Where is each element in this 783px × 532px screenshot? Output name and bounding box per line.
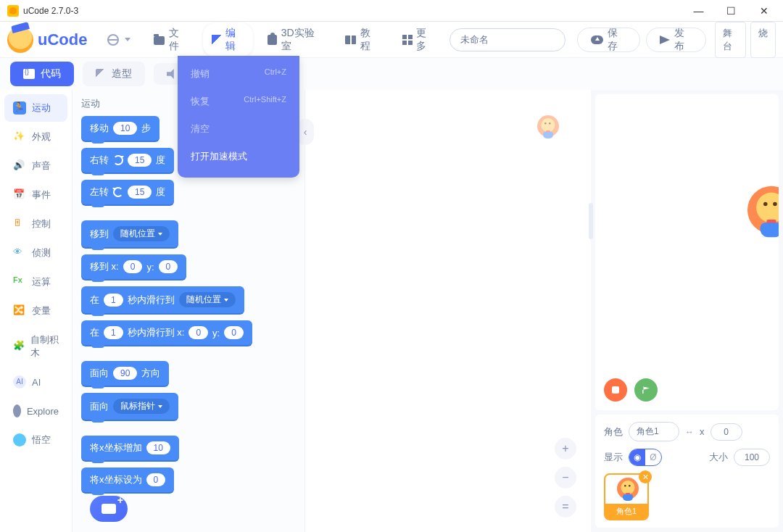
minimize-button[interactable]: — (682, 1, 715, 21)
save-button[interactable]: 保存 (577, 28, 640, 52)
puzzle-icon (268, 35, 277, 45)
more-menu[interactable]: 更多 (394, 22, 444, 57)
sprite-thumb-name: 角色1 (605, 504, 647, 519)
input-glidexy-y[interactable]: 0 (224, 326, 244, 339)
block-change-x[interactable]: 将x坐标增加 10 (81, 436, 179, 460)
language-menu[interactable] (99, 30, 139, 50)
block-glide-xy[interactable]: 在 1 秒内滑行到 x: 0 y: 0 (81, 320, 252, 345)
cat-motion[interactable]: 🏃运动 (4, 94, 67, 122)
input-set-x[interactable]: 0 (146, 473, 166, 486)
dropdown-point-to[interactable]: 鼠标指针 (113, 399, 170, 414)
block-point-direction[interactable]: 面向 90 方向 (81, 361, 169, 386)
publish-button[interactable]: 发布 (646, 28, 706, 52)
cat-ai[interactable]: AIAI (4, 368, 67, 396)
cat-sound[interactable]: 🔊声音 (4, 152, 67, 180)
edit-menu-button[interactable]: 编辑 (203, 22, 253, 57)
turn-cw-icon (113, 155, 123, 165)
dropdown-goto[interactable]: 随机位置 (113, 226, 170, 241)
panel-resize-handle[interactable] (589, 203, 593, 239)
show-label: 显示 (604, 451, 623, 464)
undo-item[interactable]: 撤销 Ctrl+Z (178, 60, 299, 88)
stop-button[interactable] (604, 378, 627, 402)
tab-code[interactable]: 代码 (10, 62, 74, 86)
block-move-steps[interactable]: 移动 10 步 (81, 116, 160, 141)
cat-looks[interactable]: ✨外观 (4, 123, 67, 151)
redo-item[interactable]: 恢复 Ctrl+Shift+Z (178, 88, 299, 115)
code-icon (23, 69, 35, 79)
tutorial-menu[interactable]: 教程 (336, 22, 388, 57)
input-glidexy-x[interactable]: 0 (188, 326, 208, 339)
book-icon (345, 36, 356, 44)
block-turn-cw[interactable]: 右转 15 度 (81, 148, 174, 173)
turn-ccw-icon (113, 187, 123, 197)
scripts-workspace[interactable]: ‹ + − = (304, 90, 591, 532)
sound-dot-icon: 🔊 (13, 159, 26, 173)
input-turn-ccw[interactable]: 15 (128, 186, 152, 199)
input-turn-cw[interactable]: 15 (128, 154, 152, 167)
block-goto-xy[interactable]: 移到 x: 0 y: 0 (81, 254, 186, 279)
stage-button[interactable]: 舞台 (715, 22, 746, 58)
block-turn-ccw[interactable]: 左转 15 度 (81, 180, 174, 204)
show-on-icon: ◉ (629, 449, 645, 465)
cat-variables[interactable]: 🔀变量 (4, 297, 67, 325)
stage-panel: 角色 角色1 ↔ x 0 显示 ◉ Ø 大小 100 ✕ (591, 90, 783, 532)
maximize-button[interactable]: ☐ (715, 1, 747, 21)
brush-icon (96, 69, 106, 79)
block-goto[interactable]: 移到 随机位置 (81, 220, 178, 247)
green-flag-button[interactable] (634, 378, 658, 402)
input-glidexy-sec[interactable]: 1 (104, 326, 123, 339)
project-name-value: 未命名 (460, 33, 489, 46)
sprite-name-input[interactable]: 角色1 (629, 422, 679, 441)
lab3d-label: 3D实验室 (281, 27, 322, 53)
turbo-item[interactable]: 打开加速模式 (178, 143, 299, 170)
zoom-reset-button[interactable]: = (555, 496, 576, 518)
file-menu[interactable]: 文件 (145, 22, 196, 57)
visibility-toggle[interactable]: ◉ Ø (629, 449, 662, 466)
edit-label: 编辑 (225, 27, 244, 53)
cat-operators[interactable]: Fx运算 (4, 268, 67, 296)
input-goto-x[interactable]: 0 (123, 260, 143, 273)
stage-controls (604, 378, 658, 402)
events-dot-icon: 📅 (13, 188, 26, 201)
more-label: 更多 (416, 27, 435, 53)
dropdown-glide[interactable]: 随机位置 (179, 292, 236, 307)
stage-sprite[interactable] (750, 188, 779, 236)
project-name-input[interactable]: 未命名 (450, 28, 566, 51)
speaker-icon (167, 69, 177, 79)
cat-wukong[interactable]: 悟空 (4, 426, 67, 454)
sprite-x-input[interactable]: 0 (710, 423, 742, 441)
cat-events[interactable]: 📅事件 (4, 181, 67, 209)
close-button[interactable]: ✕ (747, 1, 780, 21)
input-move-steps[interactable]: 10 (113, 122, 137, 135)
motion-dot-icon: 🏃 (13, 101, 26, 115)
x-label: x (700, 426, 705, 437)
size-label: 大小 (709, 451, 728, 464)
cat-myblocks[interactable]: 🧩自制积木 (4, 326, 67, 367)
block-set-x[interactable]: 将x坐标设为 0 (81, 467, 174, 492)
sprite-thumbnail[interactable]: ✕ 角色1 (604, 473, 649, 520)
chevron-down-icon (125, 38, 130, 41)
input-goto-y[interactable]: 0 (159, 260, 178, 273)
globe-icon (107, 34, 119, 46)
window-titlebar: uCode 2.7.0-3 — ☐ ✕ (0, 0, 783, 22)
xy-arrows-icon: ↔ (685, 427, 694, 437)
input-point-dir[interactable]: 90 (113, 367, 137, 380)
add-extension-button[interactable] (90, 496, 128, 522)
tab-costume[interactable]: 造型 (83, 62, 145, 86)
burn-button[interactable]: 烧 (750, 22, 776, 58)
input-change-x[interactable]: 10 (146, 441, 170, 454)
cat-control[interactable]: 🎚控制 (4, 210, 67, 238)
lion-logo-icon (7, 27, 33, 53)
sprite-size-input[interactable]: 100 (734, 449, 770, 466)
zoom-out-button[interactable]: − (555, 467, 576, 489)
cat-sensing[interactable]: 👁侦测 (4, 239, 67, 267)
input-glide-sec[interactable]: 1 (104, 294, 123, 307)
role-label: 角色 (604, 425, 623, 439)
clear-item[interactable]: 清空 (178, 115, 299, 143)
block-point-towards[interactable]: 面向 鼠标指针 (81, 393, 178, 420)
3d-lab-menu[interactable]: 3D实验室 (259, 22, 331, 57)
stage-preview[interactable] (595, 94, 779, 410)
zoom-in-button[interactable]: + (555, 438, 576, 460)
block-glide[interactable]: 在 1 秒内滑行到 随机位置 (81, 286, 244, 313)
cat-explore[interactable]: Explore (4, 397, 67, 425)
